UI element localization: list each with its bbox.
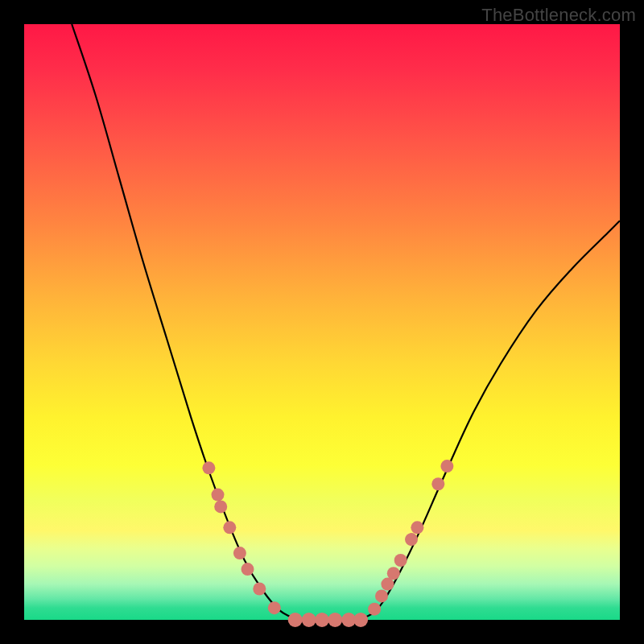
dot-right-4 bbox=[394, 554, 407, 567]
dot-right-6 bbox=[411, 521, 423, 534]
dot-left-5 bbox=[242, 563, 254, 576]
dot-right-5 bbox=[405, 533, 418, 546]
dot-left-0 bbox=[202, 461, 215, 474]
dot-right-8 bbox=[440, 460, 453, 473]
dot-left-4 bbox=[233, 547, 246, 559]
dot-right-3 bbox=[387, 567, 400, 580]
dot-right-1 bbox=[375, 589, 388, 602]
dot-left-2 bbox=[214, 500, 227, 513]
dot-bottom-0 bbox=[288, 613, 303, 627]
dot-right-0 bbox=[368, 603, 381, 616]
bottleneck-curve bbox=[72, 24, 620, 621]
dot-bottom-1 bbox=[302, 613, 316, 627]
dot-left-6 bbox=[253, 583, 266, 596]
dot-right-7 bbox=[431, 477, 444, 490]
curve-svg bbox=[24, 24, 620, 620]
dot-bottom-3 bbox=[328, 613, 342, 627]
dot-left-7 bbox=[268, 601, 281, 614]
dot-left-3 bbox=[223, 521, 236, 534]
dot-bottom-2 bbox=[315, 613, 329, 627]
data-dots bbox=[202, 460, 453, 627]
dot-left-1 bbox=[212, 489, 225, 502]
chart-stage: TheBottleneck.com bbox=[0, 0, 644, 644]
attribution-text: TheBottleneck.com bbox=[481, 5, 636, 26]
dot-bottom-5 bbox=[353, 613, 368, 627]
gradient-frame bbox=[24, 24, 620, 620]
